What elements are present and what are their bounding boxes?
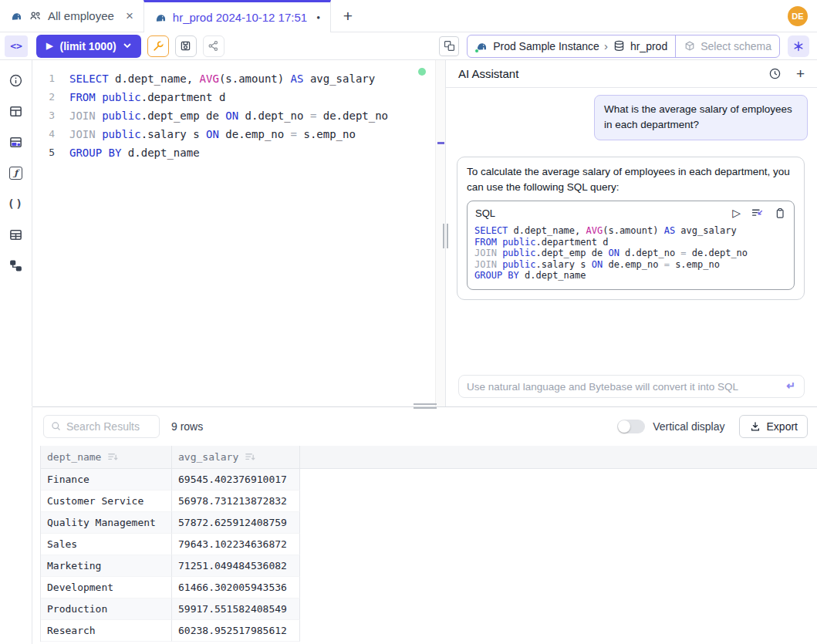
export-button[interactable]: Export xyxy=(739,415,808,438)
table-cell[interactable]: Finance xyxy=(41,469,172,491)
column-header-avg-salary[interactable]: avg_salary xyxy=(172,446,300,468)
main-area: ƒ () 1SELECT d.dept_name, AVG(s.amount) … xyxy=(0,60,817,406)
sort-icon xyxy=(244,451,255,463)
toolbar-right: Prod Sample Instance › hr_prod Select sc… xyxy=(439,35,809,58)
sql-editor[interactable]: 1SELECT d.dept_name, AVG(s.amount) AS av… xyxy=(32,60,445,406)
table-cell[interactable]: 59917.551582408549 xyxy=(172,598,300,620)
table-cell[interactable]: 79643.102234636872 xyxy=(172,534,300,555)
line-number: 2 xyxy=(32,88,69,106)
line-number: 5 xyxy=(32,143,69,162)
schema-diagram-icon[interactable] xyxy=(3,250,29,281)
info-icon[interactable] xyxy=(3,65,29,96)
chevron-down-icon xyxy=(123,43,131,49)
select-schema[interactable]: Select schema xyxy=(675,35,779,57)
table-row[interactable]: Research60238.952517985612 xyxy=(41,620,817,642)
table-detail-icon[interactable] xyxy=(3,219,29,250)
table-row[interactable]: Quality Management57872.625912408759 xyxy=(41,512,817,534)
table-cell[interactable]: 56978.731213872832 xyxy=(172,491,300,512)
code-line: 3JOIN public.dept_emp de ON d.dept_no = … xyxy=(32,106,445,125)
code-line: 5GROUP BY d.dept_name xyxy=(32,143,445,162)
return-key-icon: ↵ xyxy=(786,379,795,392)
new-chat-icon[interactable]: + xyxy=(796,66,805,81)
tab-label: hr_prod 2024-10-12 17:51 xyxy=(173,11,307,24)
horizontal-resize-handle[interactable] xyxy=(414,403,437,409)
table-cell[interactable]: Quality Management xyxy=(41,512,172,534)
instance-name: Prod Sample Instance xyxy=(493,40,599,52)
table-row[interactable]: Marketing71251.049484536082 xyxy=(41,555,817,577)
people-icon xyxy=(29,9,42,23)
table-cell[interactable]: 61466.302005943536 xyxy=(172,577,300,598)
connection-instance-db[interactable]: Prod Sample Instance › hr_prod xyxy=(468,35,675,57)
search-results-box xyxy=(43,415,160,438)
table-row[interactable]: Sales79643.102234636872 xyxy=(41,534,817,555)
new-tab-button[interactable]: + xyxy=(331,0,365,32)
share-button[interactable] xyxy=(203,35,225,57)
ai-assistant-button[interactable] xyxy=(788,35,809,57)
postgres-icon xyxy=(475,40,488,52)
export-label: Export xyxy=(767,420,798,433)
sheets-icon[interactable] xyxy=(3,126,29,157)
ai-panel-header: AI Assistant + xyxy=(446,60,817,88)
table-row[interactable]: Customer Service56978.731213872832 xyxy=(41,491,817,512)
table-cell[interactable]: 71251.049484536082 xyxy=(172,555,300,577)
table-cell[interactable]: 57872.625912408759 xyxy=(172,512,300,534)
ai-chat-area: What is the average salary of employees … xyxy=(446,88,817,375)
search-icon xyxy=(50,420,62,433)
code-line: JOIN public.dept_emp de ON d.dept_no = d… xyxy=(474,248,786,259)
table-cell[interactable]: Research xyxy=(41,620,172,642)
avatar[interactable]: DE xyxy=(788,6,808,26)
database-icon xyxy=(613,39,626,52)
code-line: GROUP BY d.dept_name xyxy=(474,270,786,282)
table-row[interactable]: Finance69545.402376910017 xyxy=(41,469,817,491)
run-sql-icon[interactable]: ▷ xyxy=(732,205,741,221)
table-cell[interactable]: Marketing xyxy=(41,555,172,577)
close-icon[interactable]: × xyxy=(126,9,133,22)
line-number: 4 xyxy=(32,125,69,143)
code-line: 2FROM public.department d xyxy=(32,88,445,106)
run-query-button[interactable]: ▶ (limit 1000) xyxy=(36,35,141,58)
tab-hr-prod[interactable]: hr_prod 2024-10-12 17:51 ● xyxy=(143,0,331,32)
history-clock-icon[interactable] xyxy=(768,67,782,80)
panels-icon xyxy=(443,39,456,52)
table-cell[interactable]: 69545.402376910017 xyxy=(172,469,300,491)
share-icon xyxy=(207,39,220,52)
table-cell[interactable]: Customer Service xyxy=(41,491,172,512)
function-icon[interactable]: ƒ xyxy=(3,157,29,188)
line-number: 1 xyxy=(32,69,69,88)
table-cell[interactable]: Development xyxy=(41,577,172,598)
table-cell-filler xyxy=(300,577,817,598)
ai-prompt-input[interactable] xyxy=(458,375,805,398)
ruler-mark xyxy=(437,142,444,144)
table-cell[interactable]: Sales xyxy=(41,534,172,555)
code-line: JOIN public.salary s ON de.emp_no = s.em… xyxy=(474,259,786,271)
table-cell-filler xyxy=(300,469,817,491)
sql-editor-mode-icon[interactable]: <> xyxy=(5,35,28,57)
table-cell[interactable]: Production xyxy=(41,598,172,620)
sort-icon xyxy=(106,451,118,463)
column-header-dept-name[interactable]: dept_name xyxy=(41,446,172,468)
save-sheet-button[interactable] xyxy=(175,35,197,57)
ai-code-block: SQL ▷ SELECT d.dept_name, AVG(s.amount) … xyxy=(467,201,795,290)
insert-into-editor-icon[interactable] xyxy=(751,207,764,220)
copy-icon[interactable] xyxy=(774,207,786,220)
table-cell[interactable]: 60238.952517985612 xyxy=(172,620,300,642)
table-row[interactable]: Production59917.551582408549 xyxy=(41,598,817,620)
brackets-icon[interactable]: () xyxy=(3,188,29,219)
left-sidebar: ƒ () xyxy=(0,60,32,406)
format-sql-button[interactable] xyxy=(147,35,169,57)
results-panel: 9 rows Vertical display Export dept_name xyxy=(32,407,817,644)
layout-toggle-button[interactable] xyxy=(439,36,459,56)
tab-all-employee[interactable]: All employee × xyxy=(0,0,143,32)
save-icon xyxy=(179,39,192,52)
tab-label: All employee xyxy=(48,9,114,22)
search-results-input[interactable] xyxy=(66,420,153,433)
column-header-filler xyxy=(300,446,817,468)
table-row[interactable]: Development61466.302005943536 xyxy=(41,577,817,598)
vertical-display-toggle[interactable] xyxy=(617,420,645,433)
vertical-resize-handle[interactable] xyxy=(443,224,448,248)
vertical-divider xyxy=(445,60,446,406)
code-line: 1SELECT d.dept_name, AVG(s.amount) AS av… xyxy=(32,69,445,88)
table-cell-filler xyxy=(300,598,817,620)
run-query-label: (limit 1000) xyxy=(59,40,116,52)
tables-icon[interactable] xyxy=(3,96,29,126)
